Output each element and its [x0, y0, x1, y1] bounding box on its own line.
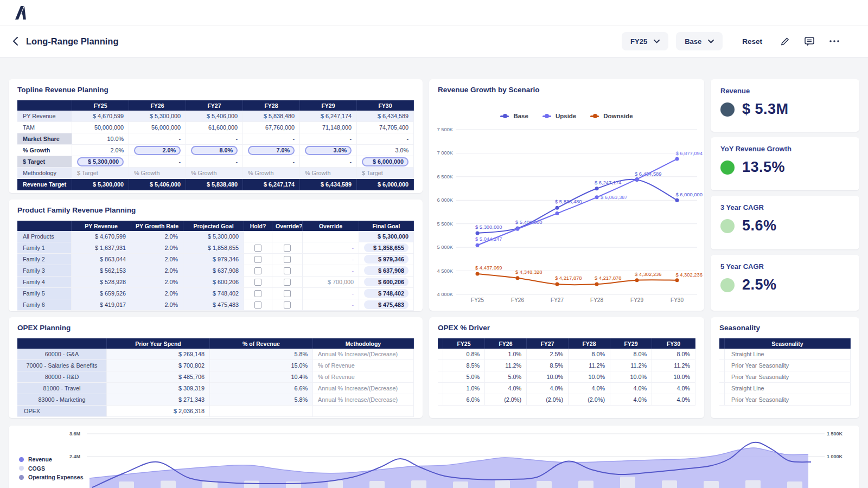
back-button[interactable] — [12, 36, 20, 46]
column-header: FY28 — [243, 100, 300, 111]
checkbox-cell[interactable] — [244, 254, 272, 265]
table-cell: $ 475,483 — [359, 299, 414, 311]
table-cell: $ 419,017 — [72, 299, 131, 311]
table-cell: 50,000,000 — [72, 122, 129, 133]
comment-icon[interactable] — [804, 36, 815, 47]
table-cell: 10.0% — [72, 133, 129, 145]
checkbox[interactable] — [284, 290, 291, 297]
table-cell: - — [186, 156, 243, 168]
editable-cell[interactable]: $ 5,300,000 — [77, 157, 124, 166]
more-options-icon[interactable] — [829, 40, 840, 43]
app-topbar — [0, 0, 868, 25]
table-cell: $ 5,406,000 — [186, 111, 243, 122]
table-cell: $ 5,838,480 — [243, 111, 300, 122]
row-label: % Growth — [17, 145, 72, 156]
column-header: FY26 — [129, 100, 186, 111]
editable-cell[interactable]: 8.0% — [191, 146, 238, 155]
table-cell: - — [243, 133, 300, 145]
final-goal-cell: $ 748,402 — [364, 289, 409, 298]
checkbox[interactable] — [254, 279, 261, 286]
checkbox[interactable] — [284, 279, 291, 286]
table-cell[interactable]: 8.0% — [186, 145, 243, 156]
checkbox[interactable] — [254, 245, 261, 252]
checkbox[interactable] — [284, 256, 291, 263]
column-header: FY27 — [186, 100, 243, 111]
checkbox[interactable] — [254, 301, 261, 309]
svg-text:6 000K: 6 000K — [437, 197, 454, 203]
anaplan-logo-icon[interactable] — [14, 5, 28, 20]
table-cell: 2.0% — [131, 231, 183, 242]
opex-planning-table: Prior Year Spend% of RevenueMethodology6… — [9, 338, 423, 417]
svg-text:$ 4,348,328: $ 4,348,328 — [515, 269, 542, 275]
edit-icon[interactable] — [780, 36, 790, 47]
table-cell[interactable]: $ 6,000,000 — [357, 156, 414, 168]
period-selector-value: FY25 — [630, 37, 647, 46]
table-cell[interactable]: 2.0% — [129, 145, 186, 156]
table-cell: - — [303, 299, 359, 311]
checkbox-cell[interactable] — [244, 288, 272, 299]
svg-text:6 500K: 6 500K — [437, 174, 454, 179]
checkbox[interactable] — [254, 267, 261, 274]
table-row: 81000 - Travel$ 309,3196.6%Annual % Incr… — [17, 383, 414, 394]
table-row: Prior Year Seasonality — [719, 371, 851, 383]
editable-cell[interactable]: 2.0% — [134, 146, 181, 155]
table-row: All Products$ 4,670,5992.0%$ 5,300,000$ … — [17, 231, 414, 242]
kpi-title: YoY Revenue Growth — [720, 145, 850, 153]
row-label: Family 1 — [17, 242, 72, 254]
checkbox-cell[interactable] — [272, 277, 303, 288]
table-cell: $ 5,300,000 — [72, 179, 129, 190]
editable-cell[interactable]: $ 6,000,000 — [362, 157, 409, 166]
table-cell: 10.0% — [610, 371, 652, 383]
checkbox[interactable] — [254, 290, 261, 297]
card-title: OPEX Planning — [17, 324, 414, 332]
period-selector[interactable]: FY25 — [622, 32, 668, 50]
table-cell: 11.2% — [652, 360, 695, 371]
table-cell: $ 659,526 — [72, 288, 131, 299]
checkbox-cell[interactable] — [244, 299, 272, 311]
table-cell: 56,000,000 — [129, 122, 186, 133]
column-header: PY Revenue — [72, 221, 131, 231]
table-cell: $ 700,802 — [107, 360, 210, 371]
editable-cell[interactable]: 7.0% — [248, 146, 295, 155]
table-row: % Growth2.0%2.0%8.0%7.0%3.0%3.0% — [17, 145, 414, 156]
table-cell: Straight Line — [725, 349, 851, 360]
product-family-revenue-card: Product Family Revenue Planning PY Reven… — [9, 200, 423, 311]
table-cell: $ Target — [72, 168, 129, 179]
financials-area-chart: 3.6M1 500K2.4M1 000K — [9, 426, 859, 488]
editable-cell[interactable]: 3.0% — [305, 146, 352, 155]
table-cell: $ 1,858,655 — [359, 242, 414, 254]
table-cell[interactable]: 3.0% — [300, 145, 357, 156]
table-cell: Prior Year Seasonality — [725, 371, 851, 383]
checkbox-cell[interactable] — [244, 277, 272, 288]
svg-text:5 000K: 5 000K — [437, 245, 454, 250]
checkbox-cell[interactable] — [272, 299, 303, 311]
kpi-value: 5.6% — [742, 217, 777, 234]
checkbox-cell[interactable] — [272, 254, 303, 265]
row-label: 83000 - Marketing — [17, 394, 107, 406]
row-label: 60000 - G&A — [17, 349, 107, 360]
table-row: 60000 - G&A$ 269,1485.8%Annual % Increas… — [17, 349, 414, 360]
checkbox[interactable] — [284, 245, 291, 252]
checkbox-cell[interactable] — [272, 288, 303, 299]
checkbox[interactable] — [284, 267, 291, 274]
table-cell: $ 271,343 — [107, 394, 210, 406]
checkbox[interactable] — [284, 301, 291, 309]
checkbox[interactable] — [254, 256, 261, 263]
checkbox-cell[interactable] — [244, 265, 272, 277]
reset-button[interactable]: Reset — [739, 37, 765, 46]
table-cell[interactable]: 7.0% — [243, 145, 300, 156]
table-cell: $ 2,036,318 — [107, 406, 210, 417]
svg-text:FY27: FY27 — [551, 297, 564, 303]
table-cell: $ 6,247,174 — [243, 179, 300, 190]
svg-text:$ 6,000,000: $ 6,000,000 — [675, 191, 703, 197]
checkbox-cell[interactable] — [272, 265, 303, 277]
checkbox-cell[interactable] — [272, 242, 303, 254]
table-cell: % Growth — [300, 168, 357, 179]
table-cell: 2.0% — [131, 288, 183, 299]
scenario-selector[interactable]: Base — [676, 32, 723, 50]
table-cell: 1.0% — [443, 383, 485, 394]
checkbox-cell[interactable] — [244, 242, 272, 254]
row-label: Methodology — [17, 168, 72, 179]
table-cell[interactable]: $ 5,300,000 — [72, 156, 129, 168]
row-label — [438, 394, 443, 406]
